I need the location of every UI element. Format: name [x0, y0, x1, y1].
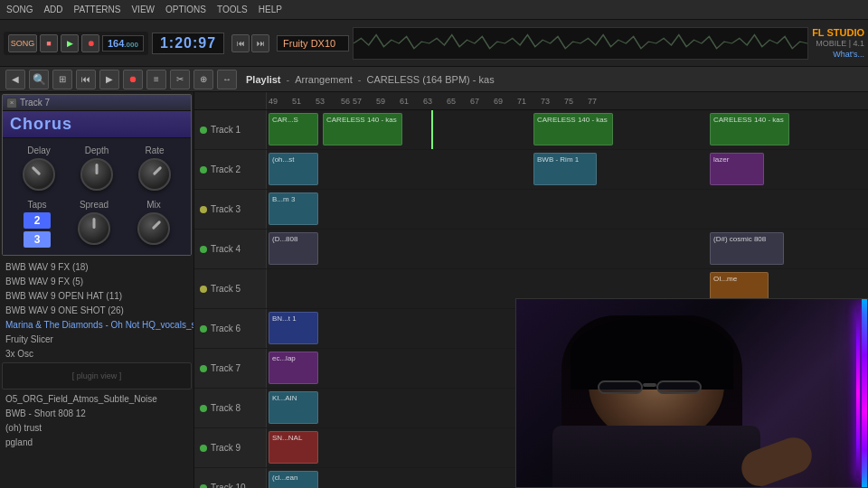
depth-group: Depth	[80, 145, 113, 191]
inst-item-2[interactable]: BWB WAV 9 OPEN HAT (11)	[0, 288, 193, 303]
inst-item-4[interactable]: Marina & The Diamonds - Oh Not HQ_vocals…	[0, 317, 193, 332]
zoom-tool[interactable]: 🔍	[29, 70, 49, 89]
instrument-display[interactable]: Fruity DX10	[277, 35, 349, 52]
tool3[interactable]: ↔	[217, 70, 237, 89]
track-name-8: Track 8	[211, 403, 241, 413]
plugin-titlebar: × Track 7	[3, 95, 191, 111]
transport-controls: SONG ■ ▶ ⏺ 164.000	[4, 32, 148, 55]
play-button[interactable]: ▶	[61, 34, 79, 52]
chorus-header: Chorus	[3, 111, 191, 138]
menu-help[interactable]: HELP	[256, 4, 285, 15]
plugin-close-button[interactable]: ×	[6, 98, 17, 108]
track-label-10: Track 10	[194, 468, 267, 488]
clip-7-1[interactable]: ec...lap	[269, 352, 318, 384]
main-menu: SONG ADD PATTERNS VIEW OPTIONS TOOLS HEL…	[4, 4, 285, 15]
spread-knob[interactable]	[78, 212, 110, 245]
clip-9-1[interactable]: SN...NAL	[269, 431, 318, 464]
tick-53: 53	[314, 92, 325, 109]
taps-value-2[interactable]: 3	[24, 231, 51, 248]
track-name-2: Track 2	[211, 164, 241, 174]
stream-person-bg	[516, 299, 867, 487]
menu-patterns[interactable]: PATTERNS	[71, 4, 124, 15]
clip-8-1[interactable]: KI...AIN	[269, 391, 318, 424]
menu-tools[interactable]: TOOLS	[214, 4, 250, 15]
track-name-9: Track 9	[211, 443, 241, 453]
record-button[interactable]: ⏺	[81, 34, 99, 52]
main-toolbar: SONG ■ ▶ ⏺ 164.000 1:20:97 ⏮ ⏭ Fruity DX…	[0, 20, 868, 67]
menu-options[interactable]: OPTIONS	[163, 4, 209, 15]
clip-6-1[interactable]: BN...t 1	[269, 312, 318, 344]
rewind-small[interactable]: ⏮	[76, 70, 96, 89]
snap-button[interactable]: ⊞	[52, 70, 72, 89]
chorus-controls: Delay Depth Rate Taps 2	[3, 138, 191, 255]
clip-4-1[interactable]: (D...808	[269, 232, 318, 265]
rate-knob[interactable]	[138, 158, 171, 191]
clip-2-1[interactable]: (oh...st	[269, 153, 318, 185]
rewind-button[interactable]: ⏮	[231, 34, 250, 52]
clip-4-2[interactable]: (D#) cosmic 808	[710, 232, 784, 265]
track-content-3[interactable]: B...m 3 BWB - Rim 3	[267, 190, 868, 229]
chorus-plugin-title: Chorus	[10, 115, 72, 133]
inst-item-9[interactable]: BWB - Short 808 12	[0, 406, 193, 420]
track-content-4[interactable]: (D...808 (D#) cosmic 808 (D#) cosmic 808	[267, 230, 868, 268]
depth-knob[interactable]	[80, 158, 113, 191]
tick-59: 59	[374, 92, 385, 109]
track-label-7: Track 7	[194, 349, 267, 388]
clip-10-1[interactable]: (cl...ean	[269, 471, 318, 488]
playhead	[431, 110, 433, 149]
tick-61: 61	[398, 92, 409, 109]
main-content: × Track 7 Chorus Delay Depth R	[0, 92, 868, 488]
inst-item-5[interactable]: Fruity Slicer	[0, 332, 193, 346]
rec-small[interactable]: ⏺	[123, 70, 143, 89]
menu-add[interactable]: ADD	[41, 4, 65, 15]
tool2[interactable]: ⊕	[193, 70, 213, 89]
inst-item-10[interactable]: (oh) trust	[0, 420, 193, 435]
inst-item-0[interactable]: BWB WAV 9 FX (18)	[0, 259, 193, 274]
inst-item-3[interactable]: BWB WAV 9 ONE SHOT (26)	[0, 303, 193, 317]
track-label-9: Track 9	[194, 428, 267, 467]
track-dot-10	[200, 484, 207, 489]
mix-knob[interactable]	[137, 212, 170, 245]
inst-item-8[interactable]: O5_ORG_Field_Atmos_Subtle_Noise	[0, 391, 193, 406]
fast-forward-button[interactable]: ⏭	[251, 34, 269, 52]
inst-item-1[interactable]: BWB WAV 9 FX (5)	[0, 274, 193, 288]
taps-value-1[interactable]: 2	[24, 212, 51, 229]
tool1[interactable]: ✂	[170, 70, 190, 89]
inst-item-6[interactable]: 3x Osc	[0, 346, 193, 361]
table-row: Track 2 (oh...st BWB - Rim 1 lazer lazer	[194, 150, 868, 190]
menu-song[interactable]: SONG	[4, 4, 35, 15]
clip-2-2[interactable]: BWB - Rim 1	[533, 153, 597, 185]
inst-item-11[interactable]: pgland	[0, 435, 193, 449]
clip-1-3[interactable]: CARELESS 140 - kas	[533, 113, 613, 145]
play-small[interactable]: ▶	[99, 70, 119, 89]
glasses-left	[598, 380, 643, 394]
tick-71: 71	[515, 92, 526, 109]
delay-knob[interactable]	[23, 158, 55, 191]
track-dot-2	[200, 166, 207, 174]
song-button[interactable]: SONG	[8, 34, 37, 52]
plugin-thumbnail: [ plugin view ]	[2, 362, 192, 389]
menu-view[interactable]: VIEW	[128, 4, 157, 15]
track-dot-6	[200, 325, 207, 333]
clip-1-2[interactable]: CARELESS 140 - kas	[323, 113, 402, 145]
track-name-3: Track 3	[211, 204, 241, 214]
timeline-numbers: 49 51 53 56 57 59 61 63 65 67 69 71 73 7…	[267, 92, 868, 109]
clip-1-4[interactable]: CARELESS 140 - kas	[710, 113, 789, 145]
knob-row-1: Delay Depth Rate	[10, 145, 184, 191]
track-content-1[interactable]: CAR...S CARELESS 140 - kas CARELESS 140 …	[267, 110, 868, 149]
navigate-back[interactable]: ◀	[5, 70, 25, 89]
clip-1-1[interactable]: CAR...S	[269, 113, 318, 145]
clip-3-1[interactable]: B...m 3	[269, 192, 318, 225]
track-content-2[interactable]: (oh...st BWB - Rim 1 lazer lazer	[267, 150, 868, 189]
chorus-plugin-window: × Track 7 Chorus Delay Depth R	[2, 94, 192, 256]
clip-2-3[interactable]: lazer	[710, 153, 764, 185]
bpm-display[interactable]: 164.000	[102, 35, 144, 52]
tick-51: 51	[290, 92, 301, 109]
stop-button[interactable]: ■	[40, 34, 58, 52]
time-display: 1:20:97	[152, 33, 224, 54]
playlist-arrangement: Arrangement	[295, 74, 353, 85]
mixer-icon[interactable]: ≡	[146, 70, 166, 89]
stream-thumbnail	[515, 298, 868, 488]
body	[552, 426, 760, 488]
spread-group: Spread	[78, 200, 110, 245]
